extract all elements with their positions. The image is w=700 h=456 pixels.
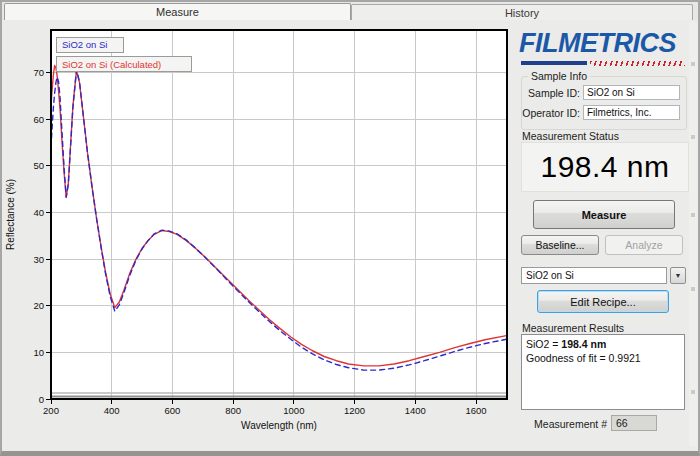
measurement-status-panel: 198.4 nm [521,142,689,192]
sample-info-group: Sample Info Sample ID: Operator ID: [521,76,687,130]
svg-text:1200: 1200 [344,405,365,416]
svg-text:0: 0 [39,394,44,405]
recipe-select[interactable]: SiO2 on Si [521,267,667,284]
gripper-dot [691,287,695,291]
reflectance-spectrum-chart[interactable]: 2004006008001000120014001600010203040506… [0,20,515,452]
svg-text:1000: 1000 [283,405,304,416]
sample-info-title: Sample Info [528,70,590,82]
measurement-number-field: 66 [611,415,657,431]
svg-text:40: 40 [33,207,44,218]
svg-text:800: 800 [225,405,241,416]
tab-measure[interactable]: Measure [4,3,351,20]
sample-id-input[interactable] [583,85,680,100]
svg-text:SiO2 on Si: SiO2 on Si [62,39,107,50]
logo-underline [521,61,685,67]
operator-id-label: Operator ID: [522,107,580,119]
panel-splitter[interactable] [689,22,697,446]
svg-text:50: 50 [33,160,44,171]
svg-text:30: 30 [33,254,44,265]
svg-text:Wavelength (nm): Wavelength (nm) [241,420,317,431]
result-thickness-value: 198.4 nm [561,338,606,350]
baseline-button[interactable]: Baseline... [521,235,599,255]
recipe-dropdown-arrow-icon[interactable]: ▼ [670,267,686,284]
operator-id-input[interactable] [583,105,680,120]
measurement-status-label: Measurement Status [522,130,619,142]
svg-text:Reflectance (%): Reflectance (%) [5,179,16,250]
gripper-dot [691,213,695,217]
svg-text:1600: 1600 [465,405,486,416]
result-gof-line: Goodness of fit = 0.9921 [526,351,680,365]
measure-button[interactable]: Measure [533,200,675,229]
measurement-results-box: SiO2 = 198.4 nm Goodness of fit = 0.9921 [521,334,685,410]
sample-id-label: Sample ID: [522,87,580,99]
svg-text:SiO2 on Si (Calculated): SiO2 on Si (Calculated) [62,59,161,70]
logo-red-hatch [590,61,685,66]
filmetrics-logo: FILMETRICS [519,28,689,59]
measurement-results-label: Measurement Results [522,322,624,334]
logo-blue-bar [521,61,587,65]
svg-text:70: 70 [33,67,44,78]
svg-text:1400: 1400 [405,405,426,416]
gripper-dot [691,390,695,394]
tab-history[interactable]: History [351,4,693,20]
result-thickness-line: SiO2 = 198.4 nm [526,337,680,351]
control-panel: FILMETRICS Sample Info Sample ID: Operat… [515,20,693,452]
tab-strip: Measure History [0,0,700,20]
svg-text:200: 200 [43,405,59,416]
svg-text:10: 10 [33,347,44,358]
gripper-dot [691,135,695,139]
analyze-button[interactable]: Analyze [605,235,683,255]
svg-text:60: 60 [33,114,44,125]
svg-text:20: 20 [33,300,44,311]
svg-text:600: 600 [165,405,181,416]
gripper-dot [691,62,695,66]
svg-text:400: 400 [104,405,120,416]
edit-recipe-button[interactable]: Edit Recipe... [537,290,669,313]
app-window: Measure History 200400600800100012001400… [0,0,700,456]
thickness-readout: 198.4 nm [540,150,669,184]
measurement-number-label: Measurement # [529,418,607,430]
